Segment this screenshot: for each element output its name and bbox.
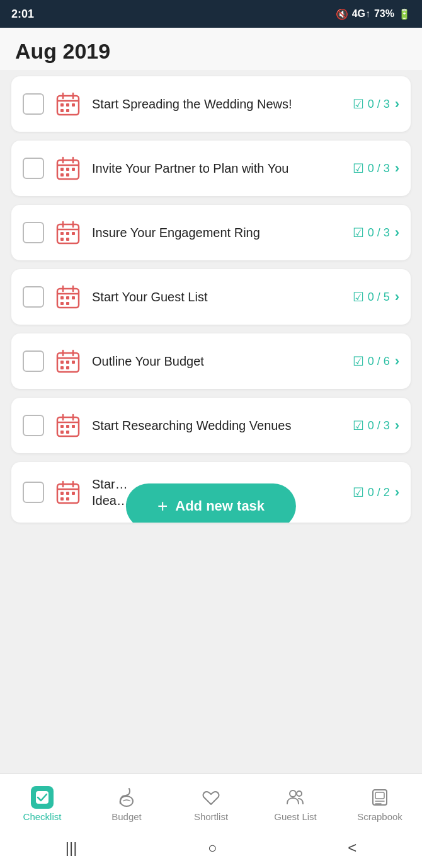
progress-count: 0 / 2: [368, 486, 390, 499]
progress-check-icon: ☑: [353, 96, 364, 112]
chevron-right-icon: ›: [395, 160, 399, 176]
task-list: Start Spreading the Wedding News! ☑ 0 / …: [0, 70, 422, 773]
task-card[interactable]: Insure Your Engagement Ring ☑ 0 / 3 ›: [11, 205, 411, 260]
task-progress: ☑ 0 / 3 ›: [353, 224, 399, 241]
svg-rect-42: [72, 361, 75, 364]
nav-item-budget[interactable]: Budget: [84, 786, 169, 822]
chevron-right-icon: ›: [395, 484, 399, 501]
chevron-right-icon: ›: [395, 353, 399, 369]
task-card[interactable]: Start Spreading the Wedding News! ☑ 0 / …: [11, 76, 411, 132]
svg-rect-68: [375, 792, 384, 799]
svg-rect-51: [72, 425, 75, 428]
svg-point-64: [120, 796, 133, 806]
task-progress: ☑ 0 / 3 ›: [353, 417, 399, 434]
task-card[interactable]: Outline Your Budget ☑ 0 / 6 ›: [11, 333, 411, 389]
svg-rect-6: [72, 103, 75, 107]
task-card[interactable]: Start Researching Wedding Venues ☑ 0 / 3…: [11, 398, 411, 453]
progress-check-icon: ☑: [353, 418, 364, 433]
battery-level: 73%: [374, 8, 394, 20]
calendar-icon: [54, 283, 82, 311]
nav-label-budget: Budget: [111, 811, 142, 822]
svg-rect-35: [66, 302, 69, 305]
svg-point-66: [297, 791, 302, 796]
task-progress: ☑ 0 / 6 ›: [353, 353, 399, 369]
svg-rect-33: [72, 296, 75, 299]
guest-list-icon: [284, 786, 307, 809]
plus-icon: +: [157, 496, 168, 516]
task-checkbox[interactable]: [23, 158, 44, 179]
svg-rect-53: [66, 431, 69, 434]
task-progress: ☑ 0 / 2 ›: [353, 484, 399, 501]
task-checkbox[interactable]: [23, 415, 44, 436]
progress-check-icon: ☑: [353, 161, 364, 176]
task-card[interactable]: Start Your Guest List ☑ 0 / 5 ›: [11, 269, 411, 325]
signal-strength: 4G↑: [352, 8, 370, 20]
task-checkbox[interactable]: [23, 286, 44, 308]
header: Aug 2019: [0, 28, 422, 70]
progress-check-icon: ☑: [353, 225, 364, 240]
menu-button[interactable]: |||: [66, 839, 77, 857]
back-button[interactable]: <: [348, 839, 356, 857]
budget-icon: [115, 786, 138, 809]
task-checkbox[interactable]: [23, 482, 44, 503]
page-title: Aug 2019: [15, 39, 407, 64]
nav-item-checklist[interactable]: Checklist: [0, 786, 84, 822]
nav-label-shortlist: Shortlist: [194, 811, 228, 822]
shortlist-icon: [200, 786, 222, 809]
calendar-icon: [54, 347, 82, 375]
svg-rect-17: [66, 173, 69, 176]
signal-icon: 🔇: [336, 8, 348, 20]
nav-item-scrapbook[interactable]: Scrapbook: [338, 786, 422, 822]
svg-rect-23: [66, 232, 69, 235]
progress-count: 0 / 3: [368, 226, 390, 240]
home-button[interactable]: ○: [208, 839, 217, 857]
svg-rect-40: [60, 361, 64, 364]
chevron-right-icon: ›: [395, 224, 399, 241]
scrapbook-icon: [368, 786, 391, 809]
chevron-right-icon: ›: [395, 96, 399, 112]
nav-item-guest-list[interactable]: Guest List: [253, 786, 338, 822]
svg-rect-8: [66, 109, 69, 112]
task-card[interactable]: Invite Your Partner to Plan with You ☑ 0…: [11, 141, 411, 196]
svg-rect-59: [66, 492, 69, 495]
add-new-task-button[interactable]: + Add new task: [126, 483, 296, 523]
task-progress: ☑ 0 / 3 ›: [353, 96, 399, 112]
svg-rect-25: [60, 238, 64, 241]
svg-rect-61: [60, 497, 64, 501]
svg-rect-62: [66, 497, 69, 501]
progress-count: 0 / 3: [368, 162, 390, 175]
nav-label-guest-list: Guest List: [274, 811, 317, 822]
calendar-icon: [54, 478, 82, 506]
svg-rect-41: [66, 361, 69, 364]
calendar-icon: [54, 154, 82, 182]
svg-rect-50: [66, 425, 69, 428]
svg-rect-34: [60, 302, 64, 305]
task-title: Insure Your Engagement Ring: [92, 224, 343, 241]
svg-rect-7: [60, 109, 64, 112]
progress-check-icon: ☑: [353, 289, 364, 304]
status-right: 🔇 4G↑ 73% 🔋: [336, 8, 411, 20]
task-title: Outline Your Budget: [92, 353, 343, 369]
task-title: Start Spreading the Wedding News!: [92, 96, 343, 112]
chevron-right-icon: ›: [395, 289, 399, 305]
task-checkbox[interactable]: [23, 93, 44, 115]
calendar-icon: [54, 219, 82, 246]
nav-label-checklist: Checklist: [23, 811, 62, 822]
svg-rect-49: [60, 425, 64, 428]
add-task-label: Add new task: [175, 498, 265, 514]
calendar-icon: [54, 90, 82, 118]
battery-icon: 🔋: [398, 8, 411, 20]
task-progress: ☑ 0 / 5 ›: [353, 289, 399, 305]
svg-point-65: [290, 790, 296, 797]
svg-rect-52: [60, 431, 64, 434]
task-checkbox[interactable]: [23, 350, 44, 372]
nav-item-shortlist[interactable]: Shortlist: [169, 786, 253, 822]
svg-rect-14: [66, 168, 69, 171]
task-card[interactable]: Star…Idea… ☑ 0 / 2 › + Add new task: [11, 462, 411, 523]
nav-label-scrapbook: Scrapbook: [357, 811, 402, 822]
task-checkbox[interactable]: [23, 222, 44, 243]
svg-rect-22: [60, 232, 64, 235]
svg-rect-43: [60, 366, 64, 369]
task-title: Start Researching Wedding Venues: [92, 417, 343, 434]
progress-count: 0 / 3: [368, 419, 390, 432]
